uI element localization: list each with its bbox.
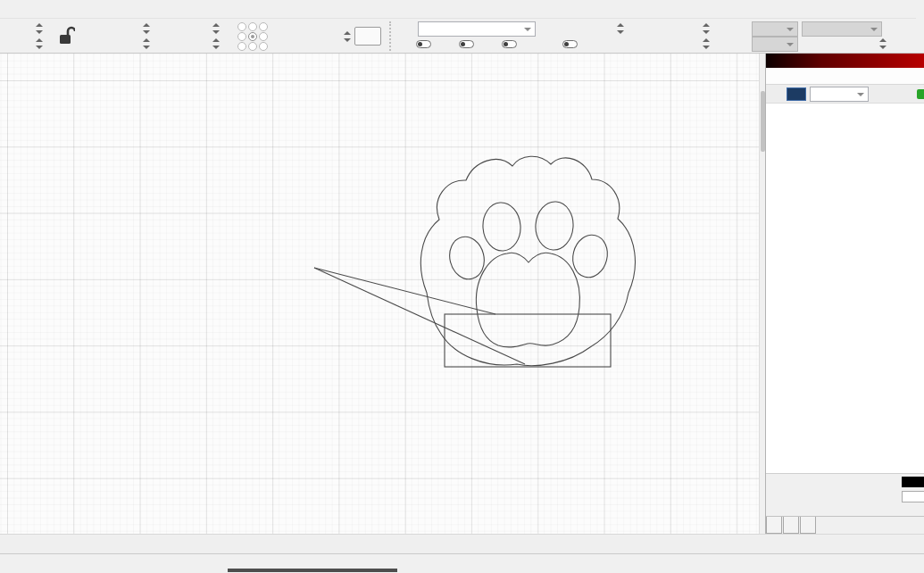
paw-toe-1[interactable] [445,233,488,283]
hspace-spinner[interactable] [702,22,710,36]
cuts-layers-panel [765,54,924,534]
width-scale-spinner[interactable] [212,22,220,36]
status-scrollbar[interactable] [228,569,397,572]
width-spinner[interactable] [142,22,150,36]
chevron-down-icon [787,43,794,46]
tab-shape-properties[interactable] [783,517,799,534]
text-height-spinner[interactable] [616,22,624,36]
chevron-down-icon [870,28,878,31]
anchor-bottom-right[interactable] [259,42,268,51]
paw-toe-4[interactable] [569,231,612,281]
rotate-spinner[interactable] [343,29,351,44]
welded-toggle[interactable] [562,37,581,51]
toggle-switch-icon [416,40,431,48]
offset-spinner[interactable] [878,37,887,51]
color-palette [0,534,924,553]
paw-outline[interactable] [420,156,635,366]
panel-tab-bar [766,516,924,534]
paw-toe-2[interactable] [481,202,522,253]
tab-art-library[interactable] [766,517,782,534]
layer-properties [766,473,924,516]
align-y-select[interactable] [752,37,798,52]
x-position-spinner[interactable] [35,22,43,36]
pass-count-field[interactable] [902,491,924,502]
layer-color-swatch[interactable] [902,477,924,487]
aspect-lock-icon[interactable] [59,24,75,49]
chevron-down-icon [787,28,794,31]
layer-row[interactable] [766,85,924,104]
units-button[interactable] [354,27,381,46]
toggle-switch-icon [459,40,474,48]
transform-toolbar [0,19,924,54]
toggle-switch-icon [562,40,578,48]
cut-rectangle[interactable] [445,314,611,367]
bold-toggle[interactable] [416,37,435,51]
layer-table-header [766,68,924,85]
vspace-spinner[interactable] [702,37,710,51]
toggle-switch-icon [502,40,517,48]
anchor-right[interactable] [259,32,268,41]
layer-color-chip[interactable] [787,87,806,101]
anchor-top-left[interactable] [237,22,246,31]
anchor-bottom-left[interactable] [237,42,246,51]
paw-drawing [0,54,759,534]
panel-title[interactable] [766,54,924,68]
callout-line-1[interactable] [314,268,495,314]
canvas-vertical-scrollbar[interactable] [759,54,765,534]
height-spinner[interactable] [142,37,150,51]
anchor-bottom[interactable] [248,42,257,51]
height-scale-spinner[interactable] [212,37,220,51]
text-style-select[interactable] [802,21,882,37]
anchor-top-right[interactable] [259,22,268,31]
upper-case-toggle[interactable] [502,37,520,51]
status-bar [0,553,924,573]
tab-clipped[interactable] [800,517,816,534]
layer-output-toggle[interactable] [917,89,924,99]
main-toolbar [0,0,916,19]
paw-toe-3[interactable] [534,201,575,252]
lightburn-window [0,0,924,573]
design-canvas[interactable] [0,54,759,534]
chevron-down-icon [857,93,864,96]
paw-pad[interactable] [476,253,579,347]
layer-mode-select[interactable] [810,87,869,102]
anchor-left[interactable] [237,32,246,41]
anchor-point-grid[interactable] [237,21,269,52]
y-position-spinner[interactable] [35,37,43,51]
chevron-down-icon [524,28,531,31]
align-x-select[interactable] [752,21,798,37]
toolbar-separator [389,21,391,51]
anchor-center[interactable] [248,32,257,41]
font-select[interactable] [418,21,536,37]
callout-line-2[interactable] [314,268,525,364]
italic-toggle[interactable] [459,37,478,51]
anchor-top[interactable] [248,22,257,31]
